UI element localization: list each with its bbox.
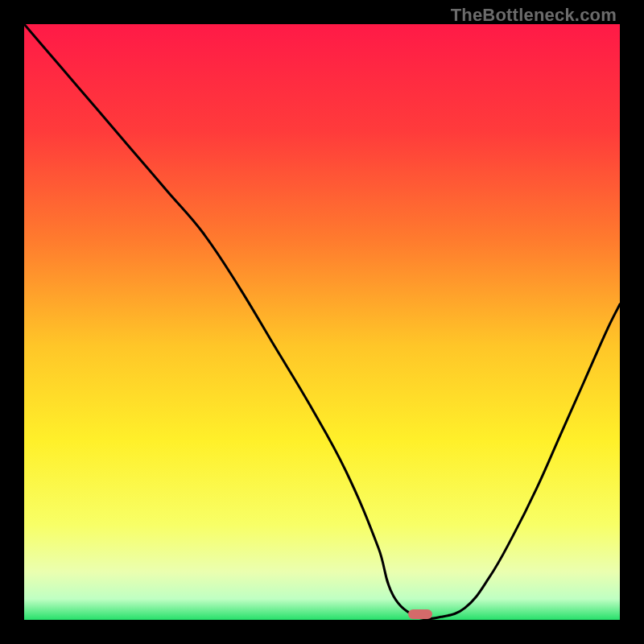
curve-layer: [24, 24, 620, 620]
watermark-text: TheBottleneck.com: [451, 5, 617, 26]
plot-area: [24, 24, 620, 620]
chart-frame: TheBottleneck.com: [0, 0, 644, 644]
optimal-marker: [408, 609, 432, 619]
bottleneck-curve: [24, 24, 620, 619]
